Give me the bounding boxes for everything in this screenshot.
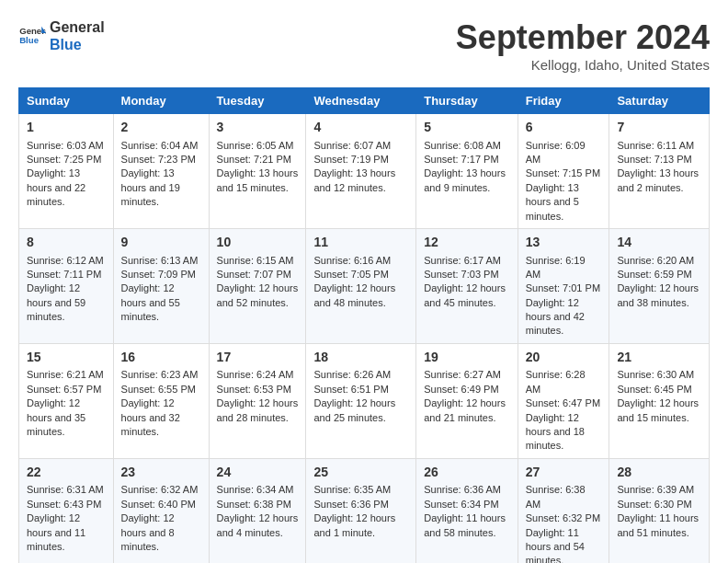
sunrise-label: Sunrise: 6:38 AM bbox=[526, 484, 586, 509]
daylight-label: Daylight: 11 hours and 51 minutes. bbox=[617, 512, 699, 537]
sunrise-label: Sunrise: 6:11 AM bbox=[617, 140, 694, 151]
col-friday: Friday bbox=[518, 88, 609, 114]
sunset-label: Sunset: 6:49 PM bbox=[424, 384, 498, 395]
calendar-cell: 14 Sunrise: 6:20 AM Sunset: 6:59 PM Dayl… bbox=[609, 228, 710, 343]
day-number: 12 bbox=[424, 234, 509, 252]
sunrise-label: Sunrise: 6:07 AM bbox=[313, 140, 391, 151]
calendar-cell: 12 Sunrise: 6:17 AM Sunset: 7:03 PM Dayl… bbox=[416, 228, 518, 343]
month-title: September 2024 bbox=[456, 18, 710, 57]
sunrise-label: Sunrise: 6:24 AM bbox=[217, 369, 294, 380]
sunset-label: Sunset: 7:09 PM bbox=[121, 269, 196, 280]
sunrise-label: Sunrise: 6:08 AM bbox=[424, 140, 501, 151]
sunrise-label: Sunrise: 6:20 AM bbox=[617, 255, 694, 266]
calendar-cell: 13 Sunrise: 6:19 AM Sunset: 7:01 PM Dayl… bbox=[518, 228, 609, 343]
daylight-label: Daylight: 12 hours and 1 minute. bbox=[313, 512, 395, 537]
col-tuesday: Tuesday bbox=[209, 88, 306, 114]
day-number: 21 bbox=[617, 349, 701, 367]
sunset-label: Sunset: 7:11 PM bbox=[27, 269, 101, 280]
sunrise-label: Sunrise: 6:28 AM bbox=[526, 369, 586, 394]
svg-text:Blue: Blue bbox=[19, 35, 39, 45]
calendar-cell: 16 Sunrise: 6:23 AM Sunset: 6:55 PM Dayl… bbox=[113, 343, 209, 458]
daylight-label: Daylight: 13 hours and 22 minutes. bbox=[27, 167, 85, 207]
day-number: 1 bbox=[27, 119, 106, 137]
calendar-header: Sunday Monday Tuesday Wednesday Thursday… bbox=[19, 88, 710, 114]
daylight-label: Daylight: 12 hours and 28 minutes. bbox=[217, 397, 299, 422]
calendar-cell: 25 Sunrise: 6:35 AM Sunset: 6:36 PM Dayl… bbox=[306, 458, 416, 563]
sunrise-label: Sunrise: 6:26 AM bbox=[313, 369, 391, 380]
day-number: 9 bbox=[121, 234, 201, 252]
day-number: 24 bbox=[217, 464, 299, 482]
sunset-label: Sunset: 6:59 PM bbox=[617, 269, 691, 280]
col-thursday: Thursday bbox=[416, 88, 518, 114]
sunset-label: Sunset: 6:36 PM bbox=[313, 499, 388, 510]
sunrise-label: Sunrise: 6:19 AM bbox=[526, 255, 586, 280]
day-number: 17 bbox=[217, 349, 299, 367]
day-number: 22 bbox=[27, 464, 106, 482]
day-number: 20 bbox=[526, 349, 602, 367]
sunset-label: Sunset: 6:51 PM bbox=[313, 384, 388, 395]
daylight-label: Daylight: 12 hours and 4 minutes. bbox=[217, 512, 299, 537]
daylight-label: Daylight: 12 hours and 25 minutes. bbox=[313, 397, 395, 422]
sunrise-label: Sunrise: 6:04 AM bbox=[121, 140, 199, 151]
calendar-cell: 18 Sunrise: 6:26 AM Sunset: 6:51 PM Dayl… bbox=[306, 343, 416, 458]
calendar-cell: 1 Sunrise: 6:03 AM Sunset: 7:25 PM Dayli… bbox=[19, 114, 114, 229]
col-monday: Monday bbox=[113, 88, 209, 114]
daylight-label: Daylight: 13 hours and 15 minutes. bbox=[217, 167, 299, 192]
daylight-label: Daylight: 11 hours and 54 minutes. bbox=[526, 527, 585, 563]
day-number: 28 bbox=[617, 464, 701, 482]
calendar-cell: 26 Sunrise: 6:36 AM Sunset: 6:34 PM Dayl… bbox=[416, 458, 518, 563]
day-number: 3 bbox=[217, 119, 299, 137]
calendar-week-4: 22 Sunrise: 6:31 AM Sunset: 6:43 PM Dayl… bbox=[19, 458, 710, 563]
day-number: 13 bbox=[526, 234, 602, 252]
sunset-label: Sunset: 7:07 PM bbox=[217, 269, 291, 280]
daylight-label: Daylight: 12 hours and 21 minutes. bbox=[424, 397, 506, 422]
calendar-cell: 28 Sunrise: 6:39 AM Sunset: 6:30 PM Dayl… bbox=[609, 458, 710, 563]
logo-blue: Blue bbox=[50, 36, 105, 53]
sunrise-label: Sunrise: 6:21 AM bbox=[27, 369, 104, 380]
day-number: 18 bbox=[313, 349, 408, 367]
sunrise-label: Sunrise: 6:13 AM bbox=[121, 255, 199, 266]
sunset-label: Sunset: 6:32 PM bbox=[526, 512, 600, 523]
sunrise-label: Sunrise: 6:34 AM bbox=[217, 484, 294, 495]
daylight-label: Daylight: 13 hours and 19 minutes. bbox=[121, 167, 180, 207]
daylight-label: Daylight: 12 hours and 55 minutes. bbox=[121, 282, 180, 322]
daylight-label: Daylight: 12 hours and 59 minutes. bbox=[27, 282, 85, 322]
day-number: 11 bbox=[313, 234, 408, 252]
sunset-label: Sunset: 7:19 PM bbox=[313, 154, 388, 165]
sunrise-label: Sunrise: 6:32 AM bbox=[121, 484, 199, 495]
logo-general: General bbox=[50, 18, 105, 36]
calendar-cell: 8 Sunrise: 6:12 AM Sunset: 7:11 PM Dayli… bbox=[19, 228, 114, 343]
daylight-label: Daylight: 12 hours and 35 minutes. bbox=[27, 397, 85, 437]
sunrise-label: Sunrise: 6:03 AM bbox=[27, 140, 104, 151]
sunset-label: Sunset: 7:23 PM bbox=[121, 154, 196, 165]
sunset-label: Sunset: 7:17 PM bbox=[424, 154, 498, 165]
calendar-cell: 17 Sunrise: 6:24 AM Sunset: 6:53 PM Dayl… bbox=[209, 343, 306, 458]
sunrise-label: Sunrise: 6:27 AM bbox=[424, 369, 501, 380]
sunset-label: Sunset: 6:38 PM bbox=[217, 499, 291, 510]
daylight-label: Daylight: 12 hours and 15 minutes. bbox=[617, 397, 699, 422]
daylight-label: Daylight: 13 hours and 5 minutes. bbox=[526, 182, 579, 222]
sunset-label: Sunset: 6:47 PM bbox=[526, 397, 600, 408]
calendar-cell: 15 Sunrise: 6:21 AM Sunset: 6:57 PM Dayl… bbox=[19, 343, 114, 458]
calendar-cell: 22 Sunrise: 6:31 AM Sunset: 6:43 PM Dayl… bbox=[19, 458, 114, 563]
sunset-label: Sunset: 6:55 PM bbox=[121, 384, 196, 395]
sunrise-label: Sunrise: 6:23 AM bbox=[121, 369, 199, 380]
sunset-label: Sunset: 7:15 PM bbox=[526, 167, 600, 178]
calendar-cell: 4 Sunrise: 6:07 AM Sunset: 7:19 PM Dayli… bbox=[306, 114, 416, 229]
sunrise-label: Sunrise: 6:36 AM bbox=[424, 484, 501, 495]
calendar-cell: 21 Sunrise: 6:30 AM Sunset: 6:45 PM Dayl… bbox=[609, 343, 710, 458]
calendar-cell: 20 Sunrise: 6:28 AM Sunset: 6:47 PM Dayl… bbox=[518, 343, 609, 458]
daylight-label: Daylight: 12 hours and 8 minutes. bbox=[121, 512, 175, 552]
sunset-label: Sunset: 7:25 PM bbox=[27, 154, 101, 165]
sunset-label: Sunset: 6:57 PM bbox=[27, 384, 101, 395]
sunrise-label: Sunrise: 6:30 AM bbox=[617, 369, 694, 380]
daylight-label: Daylight: 12 hours and 18 minutes. bbox=[526, 412, 585, 452]
col-wednesday: Wednesday bbox=[306, 88, 416, 114]
sunrise-label: Sunrise: 6:17 AM bbox=[424, 255, 501, 266]
sunrise-label: Sunrise: 6:31 AM bbox=[27, 484, 104, 495]
sunrise-label: Sunrise: 6:15 AM bbox=[217, 255, 294, 266]
sunset-label: Sunset: 7:13 PM bbox=[617, 154, 691, 165]
calendar-cell: 6 Sunrise: 6:09 AM Sunset: 7:15 PM Dayli… bbox=[518, 114, 609, 229]
sunrise-label: Sunrise: 6:12 AM bbox=[27, 255, 104, 266]
day-number: 16 bbox=[121, 349, 201, 367]
